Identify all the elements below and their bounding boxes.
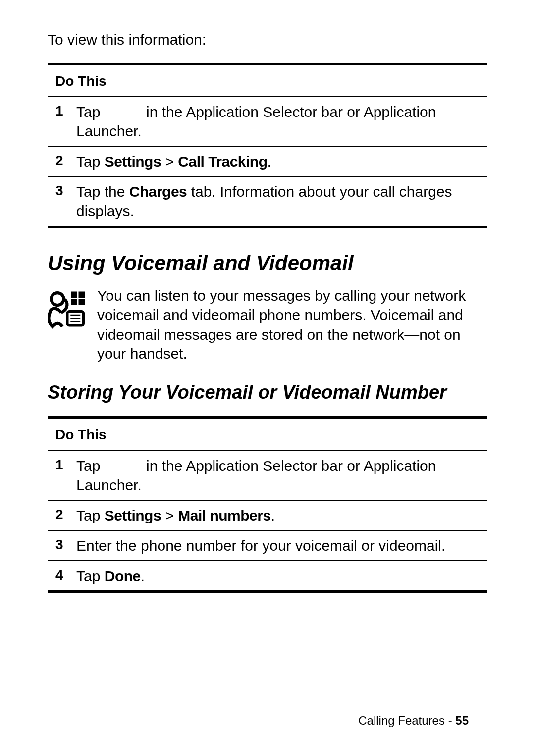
- step-body: Tap Settings > Call Tracking.: [76, 152, 480, 171]
- svg-rect-3: [79, 299, 85, 305]
- step-text: Tap: [76, 104, 100, 120]
- svg-rect-0: [71, 291, 78, 298]
- intro-text: To view this information:: [48, 30, 487, 49]
- ui-label-settings: Settings: [105, 153, 161, 170]
- step-text: Tap: [76, 458, 100, 474]
- step-body: Enter the phone number for your voicemai…: [76, 536, 480, 555]
- step-number: 1: [55, 102, 76, 141]
- step-text: .: [271, 507, 275, 523]
- step-number: 3: [55, 182, 76, 221]
- step-text: >: [161, 153, 178, 170]
- footer-section: Calling Features: [358, 714, 445, 727]
- ui-label-mail-numbers: Mail numbers: [178, 507, 270, 523]
- ui-label-done: Done: [105, 568, 141, 584]
- table1-header: Do This: [48, 65, 487, 97]
- voicemail-icon: [48, 286, 87, 333]
- page-number: 55: [455, 714, 469, 727]
- table-row: 1 Tap in the Application Selector bar or…: [48, 451, 487, 501]
- voicemail-intro-block: You can listen to your messages by calli…: [48, 286, 487, 363]
- steps-table-1: Do This 1 Tap in the Application Selecto…: [48, 63, 487, 228]
- page-footer: Calling Features - 55: [358, 713, 469, 728]
- ui-label-call-tracking: Call Tracking: [178, 153, 267, 170]
- table-row: 2 Tap Settings > Call Tracking.: [48, 147, 487, 177]
- step-body: Tap in the Application Selector bar or A…: [76, 102, 480, 141]
- step-body: Tap Done.: [76, 566, 480, 585]
- step-body: Tap in the Application Selector bar or A…: [76, 456, 480, 495]
- table-row: 1 Tap in the Application Selector bar or…: [48, 97, 487, 147]
- step-text: in the Application Selector bar or Appli…: [76, 104, 436, 139]
- section-heading-voicemail: Using Voicemail and Videomail: [48, 250, 487, 277]
- step-text: .: [268, 153, 271, 170]
- step-number: 2: [55, 506, 76, 525]
- table-row: 4 Tap Done.: [48, 561, 487, 590]
- voicemail-intro-text: You can listen to your messages by calli…: [97, 286, 487, 363]
- steps-table-2: Do This 1 Tap in the Application Selecto…: [48, 416, 487, 592]
- ui-label-charges: Charges: [129, 183, 187, 200]
- step-number: 1: [55, 456, 76, 495]
- svg-rect-2: [71, 299, 78, 305]
- table2-header: Do This: [48, 419, 487, 451]
- table-row: 3 Tap the Charges tab. Information about…: [48, 177, 487, 226]
- step-text: in the Application Selector bar or Appli…: [76, 458, 436, 493]
- step-body: Tap the Charges tab. Information about y…: [76, 182, 480, 221]
- step-number: 3: [55, 536, 76, 555]
- step-text: .: [141, 568, 145, 584]
- table-row: 3 Enter the phone number for your voicem…: [48, 531, 487, 561]
- footer-sep: -: [445, 714, 455, 727]
- step-body: Tap Settings > Mail numbers.: [76, 506, 480, 525]
- step-text: >: [161, 507, 178, 523]
- step-number: 2: [55, 152, 76, 171]
- table-row: 2 Tap Settings > Mail numbers.: [48, 501, 487, 531]
- step-text: Tap: [76, 507, 105, 523]
- step-text: Tap: [76, 568, 105, 584]
- page: To view this information: Do This 1 Tap …: [0, 0, 535, 756]
- step-text: Tap the: [76, 183, 129, 200]
- step-number: 4: [55, 566, 76, 585]
- section-heading-storing-number: Storing Your Voicemail or Videomail Numb…: [48, 380, 487, 405]
- ui-label-settings: Settings: [105, 507, 161, 523]
- svg-rect-1: [79, 291, 85, 298]
- step-text: Tap: [76, 153, 105, 170]
- svg-point-4: [52, 293, 64, 305]
